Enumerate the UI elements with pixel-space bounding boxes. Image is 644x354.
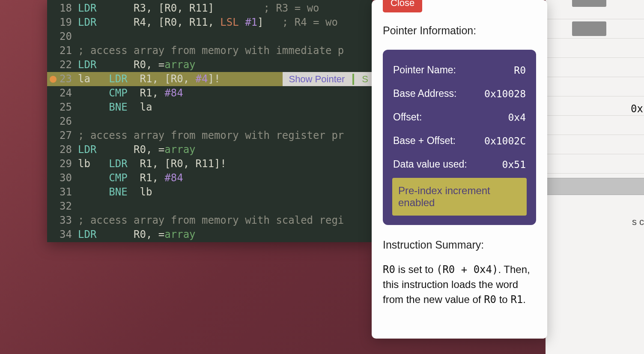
code-content[interactable]: LDR R0, =array bbox=[75, 58, 196, 72]
breakpoint-icon[interactable] bbox=[50, 76, 57, 83]
show-pointer-label: Show Pointer bbox=[289, 72, 345, 86]
line-number: 31 bbox=[59, 185, 75, 199]
code-content[interactable]: BNE lb bbox=[75, 185, 152, 199]
pointer-info-value: 0x10028 bbox=[484, 88, 526, 99]
line-number: 27 bbox=[59, 129, 75, 143]
code-line[interactable]: 23la LDR R1, [R0, #4]!Show PointerS bbox=[47, 72, 373, 86]
line-number: 25 bbox=[59, 100, 75, 114]
code-editor[interactable]: 17LDR R1, [R0] ; R2 = w18LDR R3, [R0, R1… bbox=[47, 0, 373, 242]
code-content[interactable]: ; access array from memory with scaled r… bbox=[75, 213, 344, 228]
pointer-info-row: Pointer Name:R0 bbox=[392, 58, 527, 82]
pointer-info-label: Pointer Name: bbox=[393, 64, 456, 76]
line-number: 32 bbox=[59, 199, 75, 213]
code-content[interactable]: CMP R1, #84 bbox=[75, 171, 183, 185]
code-line[interactable]: 27; access array from memory with regist… bbox=[47, 129, 373, 143]
memory-divider bbox=[546, 178, 644, 195]
code-line[interactable]: 18LDR R3, [R0, R11] ; R3 = wo bbox=[47, 1, 373, 15]
code-line[interactable]: 32 bbox=[47, 199, 373, 213]
code-content[interactable]: lb LDR R1, [R0, R11]! bbox=[75, 157, 227, 171]
code-content[interactable]: CMP R1, #84 bbox=[75, 86, 183, 100]
pointer-info-label: Base + Offset: bbox=[393, 135, 456, 147]
breakpoint-gutter[interactable] bbox=[47, 76, 59, 83]
line-number: 22 bbox=[59, 58, 75, 72]
memory-cell bbox=[546, 154, 644, 174]
show-pointer-button[interactable]: Show PointerS bbox=[283, 72, 373, 86]
line-number: 33 bbox=[59, 213, 75, 228]
summary-reg: R0 bbox=[484, 294, 496, 306]
code-line[interactable]: 34LDR R0, =array bbox=[47, 228, 373, 242]
line-number: 20 bbox=[59, 30, 75, 44]
summary-expr: (R0 + 0x4) bbox=[436, 264, 498, 276]
pointer-info-row: Data value used:0x51 bbox=[392, 153, 527, 176]
summary-reg: R0 bbox=[383, 264, 395, 276]
code-content[interactable]: LDR R0, =array bbox=[75, 143, 196, 157]
code-line[interactable]: 31 BNE lb bbox=[47, 185, 373, 199]
code-line[interactable]: 28LDR R0, =array bbox=[47, 143, 373, 157]
code-line[interactable]: 29lb LDR R1, [R0, R11]! bbox=[47, 157, 373, 171]
line-number: 34 bbox=[59, 228, 75, 242]
memory-cell bbox=[546, 39, 644, 58]
line-number: 26 bbox=[59, 114, 75, 129]
line-number: 29 bbox=[59, 157, 75, 171]
line-number: 19 bbox=[59, 15, 75, 30]
code-line[interactable]: 21; access array from memory with immedi… bbox=[47, 44, 373, 58]
code-content[interactable]: BNE la bbox=[75, 100, 152, 114]
divider-icon bbox=[352, 74, 354, 85]
code-line[interactable]: 19LDR R4, [R0, R11, LSL #1] ; R4 = wo bbox=[47, 15, 373, 30]
code-content[interactable]: LDR R3, [R0, R11] ; R3 = wo bbox=[75, 1, 319, 15]
line-number: 24 bbox=[59, 86, 75, 100]
line-number: 28 bbox=[59, 143, 75, 157]
code-line[interactable]: 20 bbox=[47, 30, 373, 44]
code-line[interactable]: 26 bbox=[47, 114, 373, 129]
close-button[interactable]: Close bbox=[383, 0, 422, 12]
pointer-info-value: 0x51 bbox=[502, 159, 526, 170]
peek-text-0x: 0x bbox=[631, 103, 643, 115]
code-line[interactable]: 30 CMP R1, #84 bbox=[47, 171, 373, 185]
line-number: 30 bbox=[59, 171, 75, 185]
line-number: 23 bbox=[59, 72, 75, 86]
pointer-info-row: Base + Offset:0x1002C bbox=[392, 129, 527, 153]
memory-cell bbox=[546, 135, 644, 154]
preindex-banner: Pre-index increment enabled bbox=[392, 178, 527, 216]
instruction-summary-body: R0 is set to (R0 + 0x4). Then, this inst… bbox=[383, 262, 536, 307]
pointer-info-label: Data value used: bbox=[393, 159, 467, 170]
code-content[interactable]: ; access array from memory with register… bbox=[75, 129, 344, 143]
code-line[interactable]: 33; access array from memory with scaled… bbox=[47, 213, 373, 228]
pointer-info-row: Offset:0x4 bbox=[392, 105, 527, 129]
line-number: 21 bbox=[59, 44, 75, 58]
code-line[interactable]: 25 BNE la bbox=[47, 100, 373, 114]
memory-cell bbox=[546, 96, 644, 116]
show-pointer-s: S bbox=[362, 72, 368, 86]
memory-cell bbox=[546, 77, 644, 96]
background-register-column: 0x s c bbox=[546, 0, 644, 354]
instruction-summary-title: Instruction Summary: bbox=[383, 239, 536, 251]
pointer-info-value: 0x1002C bbox=[484, 135, 526, 147]
pointer-info-value: R0 bbox=[514, 65, 526, 76]
peek-text-sc: s c bbox=[632, 216, 644, 228]
pointer-info-card: Close Pointer Information: Pointer Name:… bbox=[372, 0, 547, 339]
code-content[interactable]: LDR R4, [R0, R11, LSL #1] ; R4 = wo bbox=[75, 15, 338, 30]
code-content[interactable]: LDR R0, =array bbox=[75, 228, 196, 242]
pointer-info-row: Base Address:0x10028 bbox=[392, 82, 527, 105]
pointer-info-label: Offset: bbox=[393, 111, 422, 123]
pointer-info-panel: Pointer Name:R0Base Address:0x10028Offse… bbox=[383, 50, 536, 225]
memory-cell bbox=[546, 58, 644, 77]
code-line[interactable]: 22LDR R0, =array bbox=[47, 58, 373, 72]
pointer-info-value: 0x4 bbox=[508, 112, 526, 123]
code-content[interactable]: ; access array from memory with immediat… bbox=[75, 44, 344, 58]
code-line[interactable]: 24 CMP R1, #84 bbox=[47, 86, 373, 100]
register-pill bbox=[572, 21, 606, 36]
register-pill bbox=[572, 0, 606, 7]
pointer-info-title: Pointer Information: bbox=[383, 24, 536, 37]
code-content[interactable]: la LDR R1, [R0, #4]! bbox=[75, 72, 220, 86]
pointer-info-label: Base Address: bbox=[393, 88, 456, 99]
memory-cell bbox=[546, 116, 644, 135]
summary-reg: R1 bbox=[510, 294, 523, 306]
line-number: 18 bbox=[59, 1, 75, 15]
